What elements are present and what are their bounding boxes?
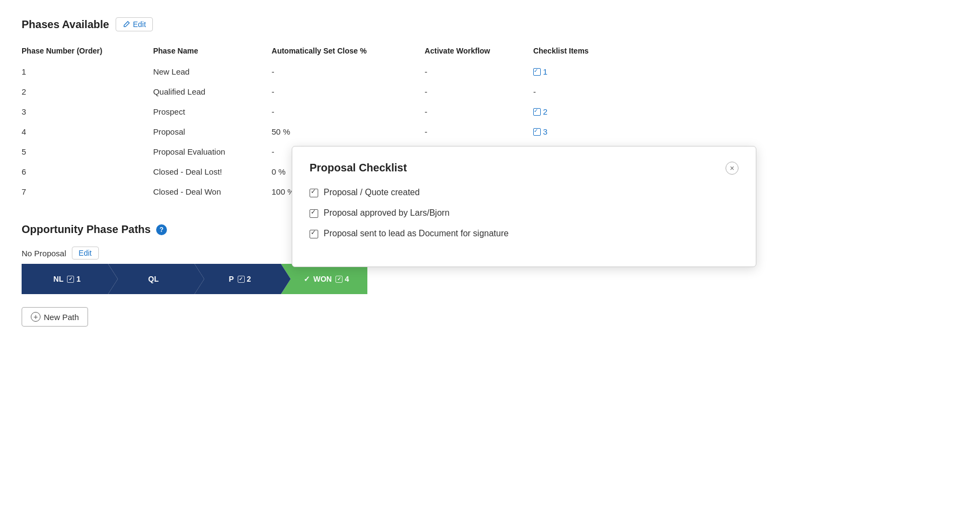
close-icon: × (730, 164, 734, 172)
col-header-workflow: Activate Workflow (425, 42, 533, 62)
chevron-checkbox-icon: ✓ (238, 276, 245, 283)
path-label: No Proposal (22, 249, 66, 258)
chevron-checklist-num: 1 (76, 275, 80, 283)
phase-name: Proposal (153, 122, 271, 142)
chevron-label: NL (53, 275, 64, 283)
popup-checkbox-icon (310, 230, 318, 238)
checklist-link[interactable]: 2 (533, 107, 620, 116)
help-icon[interactable]: ? (156, 224, 167, 235)
chevron-checklist-num: 4 (345, 275, 349, 283)
phase-close-pct: - (272, 102, 425, 122)
plus-circle-icon: + (31, 312, 41, 322)
phases-header: Phases Available Edit (22, 17, 627, 31)
chevron-item-p: P✓2 (194, 264, 281, 294)
phase-number: 4 (22, 122, 153, 142)
phase-workflow: - (425, 122, 533, 142)
checklist-link[interactable]: 1 (533, 67, 620, 76)
chevron-checklist-num: 2 (247, 275, 251, 283)
page-container: Phases Available Edit Phase Number (Orde… (0, 0, 648, 344)
phase-name: Closed - Deal Lost! (153, 162, 271, 182)
phase-name: Prospect (153, 102, 271, 122)
new-path-button[interactable]: + New Path (22, 307, 88, 327)
popup-checklist-item: Proposal approved by Lars/Bjorn (310, 208, 739, 218)
phase-name: New Lead (153, 62, 271, 82)
phases-edit-label: Edit (133, 20, 146, 29)
new-path-label: New Path (44, 312, 79, 322)
phase-close-pct: 50 % (272, 122, 425, 142)
phase-number: 6 (22, 162, 153, 182)
checkmark-icon: ✓ (304, 275, 310, 283)
chevron-content: ✓WON✓4 (304, 275, 349, 283)
phase-name: Proposal Evaluation (153, 142, 271, 162)
chevron-path: NL✓1QLP✓2✓WON✓4 (22, 264, 627, 294)
phase-number: 2 (22, 82, 153, 102)
popup-header: Proposal Checklist × (310, 162, 739, 175)
chevron-content: P✓2 (229, 275, 251, 283)
phase-name: Qualified Lead (153, 82, 271, 102)
phase-checklist: - (533, 82, 627, 102)
chevron-content: QL (148, 275, 158, 283)
col-header-number: Phase Number (Order) (22, 42, 153, 62)
popup-item-text: Proposal approved by Lars/Bjorn (324, 208, 449, 218)
phase-workflow: - (425, 62, 533, 82)
table-row: 2Qualified Lead--- (22, 82, 627, 102)
chevron-item-ql: QL (108, 264, 194, 294)
chevron-item-nl: NL✓1 (22, 264, 108, 294)
phase-number: 7 (22, 182, 153, 202)
col-header-checklist: Checklist Items (533, 42, 627, 62)
popup-checklist-item: Proposal sent to lead as Document for si… (310, 229, 739, 238)
chevron-label: WON (313, 275, 332, 283)
pencil-icon (123, 21, 130, 28)
popup-checkbox-icon (310, 189, 318, 197)
chevron-checkbox-icon: ✓ (335, 276, 343, 283)
phase-workflow: - (425, 102, 533, 122)
chevron-checkbox-icon: ✓ (67, 276, 74, 283)
phase-number: 1 (22, 62, 153, 82)
col-header-name: Phase Name (153, 42, 271, 62)
path-edit-button[interactable]: Edit (72, 247, 99, 260)
phase-workflow: - (425, 82, 533, 102)
phase-number: 3 (22, 102, 153, 122)
phases-title: Phases Available (22, 18, 109, 31)
chevron-label: P (229, 275, 233, 283)
popup-item-text: Proposal sent to lead as Document for si… (324, 229, 508, 238)
popup-close-button[interactable]: × (726, 162, 739, 175)
proposal-checklist-popup: Proposal Checklist × Proposal / Quote cr… (292, 146, 756, 267)
phases-edit-button[interactable]: Edit (116, 17, 153, 31)
checklist-checkbox-icon (533, 68, 541, 76)
phase-close-pct: - (272, 82, 425, 102)
table-row: 3Prospect--2 (22, 102, 627, 122)
chevron-content: NL✓1 (53, 275, 80, 283)
table-row: 1New Lead--1 (22, 62, 627, 82)
phase-name: Closed - Deal Won (153, 182, 271, 202)
phase-checklist[interactable]: 2 (533, 102, 627, 122)
checklist-link[interactable]: 3 (533, 127, 620, 136)
popup-items-container: Proposal / Quote createdProposal approve… (310, 188, 739, 238)
phase-checklist[interactable]: 1 (533, 62, 627, 82)
paths-title: Opportunity Phase Paths (22, 223, 151, 236)
phase-checklist[interactable]: 3 (533, 122, 627, 142)
col-header-close: Automatically Set Close % (272, 42, 425, 62)
popup-checklist-item: Proposal / Quote created (310, 188, 739, 197)
chevron-item-won: ✓WON✓4 (281, 264, 367, 294)
popup-title: Proposal Checklist (310, 162, 407, 174)
popup-item-text: Proposal / Quote created (324, 188, 420, 197)
phase-close-pct: - (272, 62, 425, 82)
checklist-checkbox-icon (533, 128, 541, 136)
popup-checkbox-icon (310, 209, 318, 218)
checklist-checkbox-icon (533, 108, 541, 116)
chevron-label: QL (148, 275, 158, 283)
phase-number: 5 (22, 142, 153, 162)
table-row: 4Proposal50 %-3 (22, 122, 627, 142)
